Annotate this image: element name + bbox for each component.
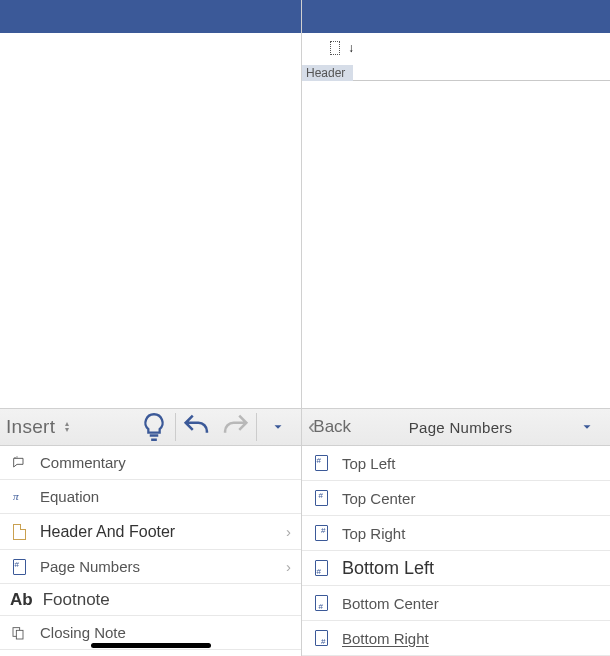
title-bar-left [0,0,301,33]
menu-item-page-numbers[interactable]: Page Numbers › [0,550,301,584]
position-label: Top Center [342,490,415,507]
separator [256,413,257,441]
position-bottom-left[interactable]: Bottom Left [302,551,610,586]
footnote-heading: Ab Footnote [0,584,301,616]
svg-rect-2 [16,630,23,639]
ruler: ↓ [302,33,610,63]
menu-item-commentary[interactable]: Commentary [0,446,301,480]
position-bottom-right[interactable]: Bottom Right [302,621,610,656]
menu-label: Equation [40,488,99,505]
dropdown-icon[interactable] [261,413,295,441]
menu-label: Page Numbers [40,558,140,575]
undo-icon[interactable] [180,413,214,441]
position-top-left[interactable]: Top Left [302,446,610,481]
panel-title: Page Numbers [409,419,513,436]
title-bar-right [302,0,610,33]
position-label: Bottom Center [342,595,439,612]
pos-icon-bottom-center [312,595,330,611]
home-indicator [91,643,211,648]
position-bottom-center[interactable]: Bottom Center [302,586,610,621]
position-list: Top Left Top Center Top Right Bottom Lef… [302,446,610,656]
menu-item-header-footer[interactable]: Header And Footer › [0,514,301,550]
position-label: Top Left [342,455,395,472]
chevron-right-icon: › [286,558,291,575]
right-panel: ↓ Header ‹ Back Page Numbers Top Left To… [302,0,610,656]
chevron-right-icon: › [286,523,291,540]
pos-icon-top-right [312,525,330,541]
separator [175,413,176,441]
down-arrow-icon[interactable]: ↓ [348,41,354,55]
closing-note-icon [10,625,28,641]
menu-label: Closing Note [40,624,126,641]
menu-label: Header And Footer [40,523,175,541]
comment-icon [10,455,28,471]
indent-marker-icon[interactable] [330,41,340,55]
dropdown-icon[interactable] [570,413,604,441]
back-label: Back [313,417,351,437]
insert-toolbar: Insert ▴▾ [0,408,301,446]
position-top-center[interactable]: Top Center [302,481,610,516]
lightbulb-icon[interactable] [137,413,171,441]
left-panel: Insert ▴▾ Commentary π Equa [0,0,302,656]
header-region[interactable]: Header [302,63,610,81]
back-button[interactable]: ‹ Back [308,414,351,440]
position-label: Top Right [342,525,405,542]
pos-icon-top-center [312,490,330,506]
menu-label: Commentary [40,454,126,471]
document-area-right: ↓ Header [302,33,610,408]
pi-icon: π [10,489,28,505]
toolbar-stepper-icon[interactable]: ▴▾ [65,421,79,433]
ab-icon: Ab [10,590,33,610]
pos-icon-bottom-right [312,630,330,646]
page-icon [10,524,28,540]
insert-menu: Commentary π Equation Header And Footer … [0,446,301,650]
position-label: Bottom Left [342,558,434,579]
redo-icon[interactable] [218,413,252,441]
position-top-right[interactable]: Top Right [302,516,610,551]
menu-item-equation[interactable]: π Equation [0,480,301,514]
document-area-left [0,33,301,408]
pos-icon-bottom-left [312,560,330,576]
position-label: Bottom Right [342,630,429,647]
toolbar-title[interactable]: Insert [6,416,55,438]
page-numbers-toolbar: ‹ Back Page Numbers [302,408,610,446]
pos-icon-top-left [312,455,330,471]
header-tag: Header [302,65,353,81]
svg-text:π: π [13,490,19,502]
heading-label: Footnote [43,590,110,610]
page-number-icon [10,559,28,575]
